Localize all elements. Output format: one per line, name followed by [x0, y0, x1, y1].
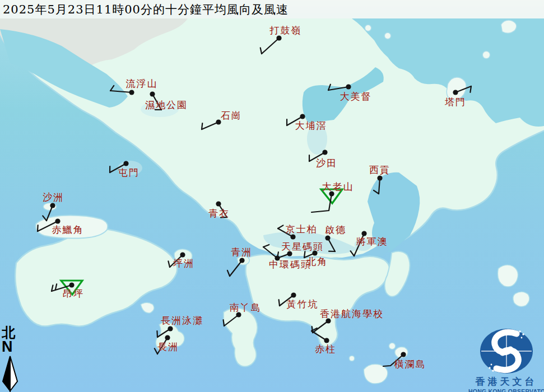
station-dot [290, 234, 295, 239]
islet [365, 25, 371, 31]
station-dot [239, 258, 244, 263]
station-dot [325, 235, 330, 240]
tuen-mun-urban-area [118, 161, 142, 175]
islet [385, 33, 390, 39]
station-dot [69, 282, 74, 287]
title-bar: 2025年5月23日11時00分的十分鐘平均風向及風速 [0, 0, 544, 18]
station-dot [287, 251, 292, 256]
wind-barb-tick [157, 331, 157, 337]
wind-barb-tick [202, 123, 202, 129]
islet [513, 292, 529, 306]
station-dot [377, 175, 382, 180]
station-dot [165, 335, 170, 340]
islet [483, 52, 490, 58]
station-dot [129, 90, 134, 95]
islet [350, 356, 354, 361]
hko-name-english: HONG KONG OBSERVATORY [468, 388, 544, 392]
station-dot [50, 203, 55, 208]
station-dot [216, 201, 221, 206]
station-dot [346, 84, 351, 89]
station-dot [324, 338, 329, 343]
wind-barb-tick [38, 225, 38, 231]
station-dot [180, 252, 185, 257]
hko-name-chinese: 香港天文台 [468, 375, 544, 388]
wind-map-screen: 打鼓嶺流浮山濕地公園石崗大美督塔門大埔滘沙田西貢大老山屯門沙洲赤鱲角青衣京士柏啟… [0, 0, 544, 392]
station-dot [329, 191, 334, 196]
map-title: 2025年5月23日11時00分的十分鐘平均風向及風速 [0, 2, 289, 17]
station-dot [123, 161, 128, 166]
station-dot [326, 318, 331, 323]
shatin-urban-area [307, 123, 327, 155]
station-dot [216, 119, 221, 124]
station-dot [275, 255, 280, 260]
compass-north-en-label: N [2, 340, 24, 353]
wind-barb-tick [224, 320, 224, 326]
station-dot [276, 35, 281, 40]
station-dot [291, 292, 296, 297]
station-dot [322, 150, 327, 155]
station-dot [300, 114, 305, 119]
hong-kong-map [0, 0, 544, 392]
station-dot [168, 326, 173, 331]
station-dot [150, 91, 155, 96]
station-dot [401, 352, 406, 357]
station-dot [55, 218, 60, 223]
station-dot [453, 90, 458, 95]
islet [498, 265, 518, 287]
station-dot [312, 250, 317, 255]
po-toi-island [364, 365, 387, 383]
compass: 北 N [2, 325, 24, 353]
wind-barb-tick [279, 300, 280, 306]
islet [389, 343, 395, 349]
station-dot [236, 312, 241, 317]
station-dot [361, 231, 366, 236]
wind-barb-tick [304, 251, 305, 258]
islet [501, 21, 516, 33]
hko-logo-text: 香港天文台 HONG KONG OBSERVATORY [468, 326, 544, 392]
